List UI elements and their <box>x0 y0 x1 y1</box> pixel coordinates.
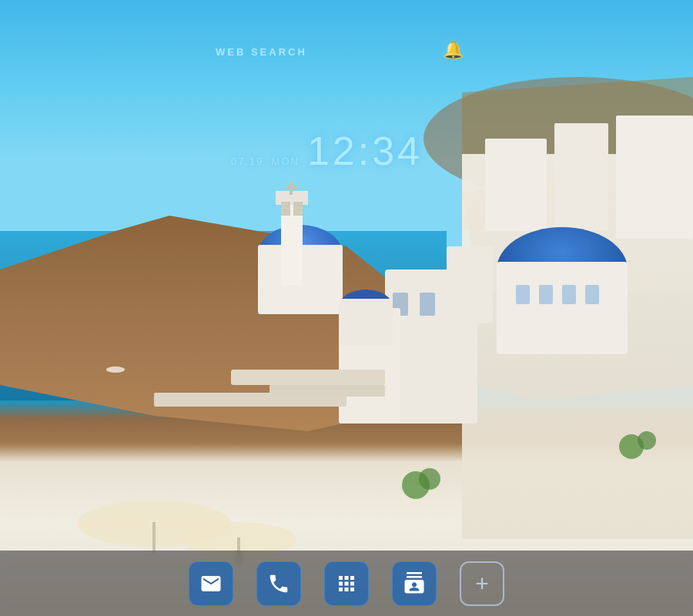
phone-button[interactable] <box>256 561 301 606</box>
dock: + <box>0 551 693 616</box>
contacts-button[interactable] <box>392 561 437 606</box>
datetime-container: 07.19 MON 12:34 <box>231 131 423 171</box>
apps-grid-icon <box>335 572 358 595</box>
web-search-button[interactable]: WEB SEARCH <box>216 46 307 58</box>
time-display: 12:34 <box>307 131 423 171</box>
day-display: MON <box>272 156 300 167</box>
notification-bell-icon[interactable]: 🔔 <box>443 40 464 60</box>
contacts-icon <box>403 572 426 595</box>
add-button[interactable]: + <box>460 561 504 606</box>
apps-button[interactable] <box>324 561 369 606</box>
date-display: 07.19 <box>231 156 264 167</box>
plus-icon: + <box>475 572 489 595</box>
background-image <box>0 0 693 616</box>
email-icon <box>199 572 223 595</box>
app-container: WEB SEARCH 🔔 07.19 MON 12:34 <box>0 0 693 616</box>
phone-icon <box>267 572 290 595</box>
email-button[interactable] <box>189 561 233 606</box>
